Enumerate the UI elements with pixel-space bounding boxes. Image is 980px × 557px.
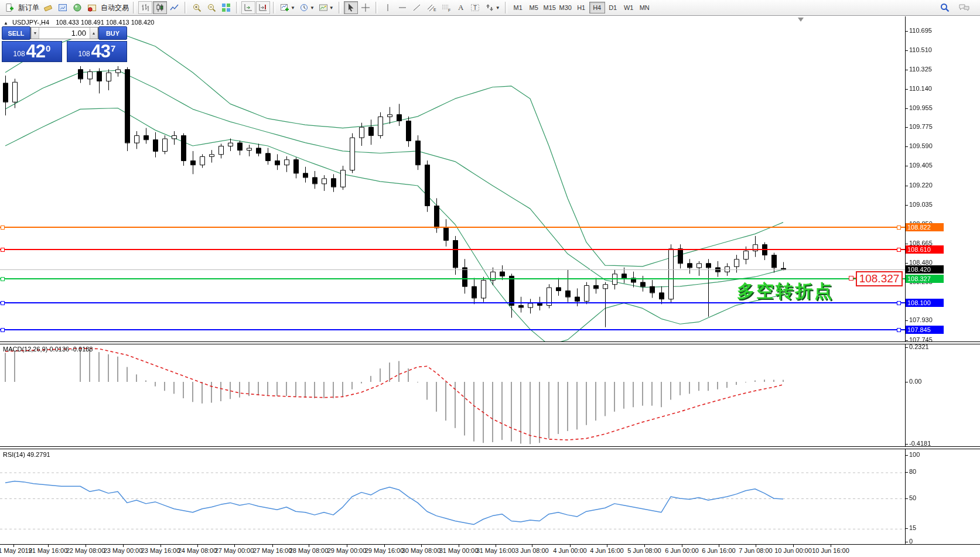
resource-orb-button[interactable] bbox=[70, 1, 84, 14]
price-tick-label: 110.325 bbox=[909, 66, 932, 73]
templates-button[interactable]: ▼ bbox=[317, 1, 336, 14]
hline-handle-left[interactable] bbox=[1, 225, 5, 230]
chevron-down-icon: ▼ bbox=[329, 5, 334, 11]
chart-annotation-text[interactable]: 多空转折点 bbox=[737, 279, 834, 303]
arrows-button[interactable]: ▼ bbox=[483, 1, 502, 14]
autotrading-label[interactable]: 自动交易 bbox=[101, 3, 129, 13]
macd-panel-splitter[interactable] bbox=[0, 341, 980, 344]
price-level-label: 107.845 bbox=[906, 326, 944, 334]
timeframe-H4[interactable]: H4 bbox=[589, 2, 605, 13]
new-order-button[interactable] bbox=[2, 1, 16, 14]
buy-price-pip: 7 bbox=[111, 43, 115, 53]
sell-button[interactable]: SELL bbox=[2, 26, 30, 40]
chart-window-button[interactable] bbox=[56, 1, 70, 14]
metaeditor-button[interactable] bbox=[41, 1, 55, 14]
buy-button[interactable]: BUY bbox=[98, 26, 127, 40]
rsi-canvas[interactable] bbox=[0, 449, 906, 544]
chat-button[interactable] bbox=[957, 1, 972, 14]
price-label-link bbox=[853, 278, 856, 278]
toolbar: 新订单 自动交易 bbox=[0, 0, 980, 16]
volume-increase-button[interactable]: ▲ bbox=[90, 28, 98, 39]
timeframe-M30[interactable]: M30 bbox=[558, 2, 573, 13]
time-tick-label: 21 May 16:00 bbox=[29, 547, 68, 554]
bar-ohlc-values: 108.433 108.491 108.413 108.420 bbox=[56, 19, 154, 26]
price-tick-label: 109.775 bbox=[909, 123, 933, 130]
periods-button[interactable]: ▼ bbox=[298, 1, 316, 14]
trendline-button[interactable] bbox=[410, 1, 424, 14]
timeframe-H1[interactable]: H1 bbox=[573, 2, 589, 13]
price-label-object[interactable]: 108.327 bbox=[856, 271, 903, 286]
timeframe-W1[interactable]: W1 bbox=[621, 2, 637, 13]
volume-decrease-button[interactable]: ▼ bbox=[31, 28, 39, 39]
price-tick bbox=[905, 320, 908, 321]
price-level-label: 108.327 bbox=[906, 275, 944, 283]
zoom-in-button[interactable] bbox=[190, 1, 204, 14]
sell-price-box[interactable]: 108420 bbox=[2, 41, 62, 62]
price-tick-label: 109.220 bbox=[909, 182, 933, 189]
hline-handle-right[interactable] bbox=[897, 301, 901, 305]
price-tick bbox=[905, 340, 908, 341]
auto-scroll-button[interactable] bbox=[241, 1, 255, 14]
macd-canvas[interactable] bbox=[0, 344, 906, 446]
timeframe-MN[interactable]: MN bbox=[637, 2, 653, 13]
timeframe-M5[interactable]: M5 bbox=[526, 2, 542, 13]
volume-input[interactable] bbox=[39, 28, 90, 39]
toolbar-separator bbox=[133, 2, 135, 13]
time-tick-label: 5 Jun 08:00 bbox=[627, 547, 661, 554]
tile-windows-button[interactable] bbox=[219, 1, 233, 14]
hline-108.610[interactable] bbox=[0, 249, 905, 250]
toolbar-separator bbox=[273, 2, 275, 13]
search-button[interactable] bbox=[938, 1, 952, 14]
price-label-anchor[interactable] bbox=[849, 276, 853, 281]
zoom-out-button[interactable] bbox=[204, 1, 218, 14]
text-label-button[interactable]: T bbox=[469, 1, 483, 14]
symbol-period-label: USDJPY-,H4 bbox=[12, 19, 49, 26]
price-tick-label: 109.405 bbox=[909, 162, 933, 169]
chart-shift-marker[interactable] bbox=[798, 18, 804, 22]
timeframe-M1[interactable]: M1 bbox=[510, 2, 526, 13]
time-tick-label: 23 May 00:00 bbox=[104, 547, 143, 554]
chart-shift-button[interactable] bbox=[256, 1, 270, 14]
mt4-window: 新订单 自动交易 bbox=[0, 0, 980, 557]
cursor-button[interactable] bbox=[344, 1, 358, 14]
price-level-label: 108.822 bbox=[906, 223, 944, 231]
toolbar-separator bbox=[505, 2, 507, 13]
hline-108.822[interactable] bbox=[0, 227, 905, 228]
hline-handle-left[interactable] bbox=[1, 301, 5, 305]
macd-tick bbox=[905, 382, 908, 382]
new-order-label[interactable]: 新订单 bbox=[18, 3, 39, 13]
svg-text:T: T bbox=[473, 5, 477, 11]
collapse-panel-arrow[interactable]: ▲ bbox=[4, 20, 8, 26]
crosshair-button[interactable] bbox=[358, 1, 373, 14]
text-button[interactable]: A bbox=[454, 1, 468, 14]
hline-handle-right[interactable] bbox=[897, 225, 901, 230]
bar-chart-button[interactable] bbox=[138, 1, 152, 14]
line-chart-button[interactable] bbox=[168, 1, 182, 14]
hline-handle-right[interactable] bbox=[897, 328, 901, 332]
indicators-button[interactable]: ▼ bbox=[278, 1, 297, 14]
rsi-indicator-label: RSI(14) 49.2791 bbox=[3, 451, 50, 458]
autotrading-button[interactable] bbox=[85, 1, 99, 14]
rsi-panel-splitter[interactable] bbox=[0, 446, 980, 449]
price-level-label: 108.100 bbox=[906, 299, 944, 307]
macd-tick-label: 0.00 bbox=[909, 378, 921, 385]
hline-handle-left[interactable] bbox=[1, 328, 5, 332]
rsi-tick-label: 15 bbox=[909, 524, 916, 531]
rsi-tick bbox=[905, 498, 908, 499]
text-tool-glyph: A bbox=[458, 3, 463, 12]
vertical-line-button[interactable] bbox=[381, 1, 395, 14]
hline-handle-left[interactable] bbox=[1, 277, 5, 281]
chevron-down-icon: ▼ bbox=[291, 5, 295, 11]
buy-price-box[interactable]: 108437 bbox=[67, 41, 127, 62]
rsi-tick-label: 100 bbox=[909, 451, 920, 458]
timeframe-D1[interactable]: D1 bbox=[605, 2, 621, 13]
horizontal-line-button[interactable] bbox=[395, 1, 409, 14]
hline-handle-right[interactable] bbox=[897, 248, 901, 252]
hline-107.845[interactable] bbox=[0, 329, 905, 330]
hline-handle-left[interactable] bbox=[1, 248, 5, 252]
candlestick-chart-button[interactable] bbox=[153, 1, 167, 14]
timeframe-M15[interactable]: M15 bbox=[542, 2, 558, 13]
fibonacci-button[interactable]: F bbox=[439, 1, 453, 14]
price-tick bbox=[905, 127, 908, 128]
equidistant-channel-button[interactable]: E bbox=[425, 1, 439, 14]
